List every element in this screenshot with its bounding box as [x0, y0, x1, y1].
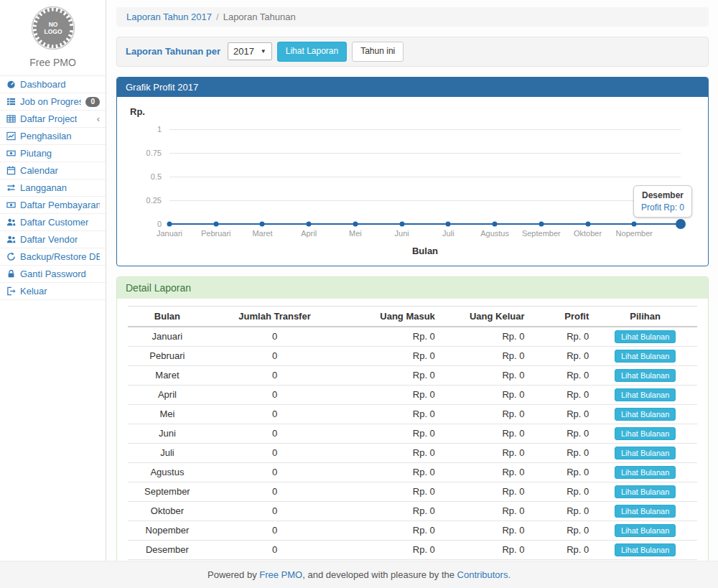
- data-point-september[interactable]: [538, 221, 544, 226]
- lihat-bulanan-button[interactable]: Lihat Bulanan: [615, 524, 676, 537]
- table-row: Agustus0Rp. 0Rp. 0Rp. 0Lihat Bulanan: [128, 462, 697, 482]
- cell-profit: Rp. 0: [529, 540, 594, 559]
- sidebar-item-daftar-vendor[interactable]: Daftar Vendor: [0, 231, 106, 248]
- data-point-januari[interactable]: [167, 221, 172, 226]
- sidebar-item-label: Daftar Pembayaran: [20, 200, 100, 210]
- sidebar-item-label: Penghasilan: [20, 131, 72, 141]
- cell-profit: Rp. 0: [529, 424, 594, 443]
- lihat-bulanan-button[interactable]: Lihat Bulanan: [615, 369, 676, 382]
- data-point-oktober[interactable]: [585, 221, 590, 226]
- this-year-button[interactable]: Tahun ini: [352, 42, 404, 62]
- profit-chart-panel: Grafik Profit 2017 Rp. 10.750.50.250Dese…: [116, 77, 709, 266]
- sidebar-item-langganan[interactable]: Langganan: [0, 179, 106, 197]
- chart-icon: [6, 131, 16, 141]
- data-point-pebruari[interactable]: [213, 221, 218, 226]
- sidebar-item-daftar-project[interactable]: Daftar Project‹: [0, 111, 106, 128]
- brand-name: Free PMO: [0, 57, 106, 68]
- sidebar-item-piutang[interactable]: Piutang: [0, 145, 106, 162]
- lihat-bulanan-button[interactable]: Lihat Bulanan: [615, 543, 676, 556]
- table-icon: [6, 114, 16, 124]
- contributors-link[interactable]: Contributors.: [457, 569, 510, 580]
- cell-pilihan: Lihat Bulanan: [593, 462, 697, 482]
- cell-profit: Rp. 0: [529, 462, 594, 482]
- lihat-bulanan-button[interactable]: Lihat Bulanan: [615, 505, 676, 518]
- cell-uang_keluar: Rp. 0: [439, 462, 529, 482]
- cell-pilihan: Lihat Bulanan: [593, 404, 697, 424]
- year-select[interactable]: 2017 ▼: [228, 42, 272, 60]
- cell-jumlah_transfer: 0: [207, 501, 342, 521]
- sidebar-item-label: Langganan: [20, 182, 67, 193]
- view-report-button[interactable]: Lihat Laporan: [277, 42, 347, 62]
- table-row: Desember0Rp. 0Rp. 0Rp. 0Lihat Bulanan: [128, 540, 697, 559]
- data-point-mei[interactable]: [353, 221, 358, 226]
- cell-uang_keluar: Rp. 0: [439, 327, 529, 347]
- cell-jumlah_transfer: 0: [207, 521, 342, 540]
- table-row: Nopember0Rp. 0Rp. 0Rp. 0Lihat Bulanan: [128, 521, 697, 540]
- data-point-agustus[interactable]: [493, 221, 498, 226]
- cell-profit: Rp. 0: [529, 443, 594, 462]
- cell-jumlah_transfer: 0: [207, 404, 342, 424]
- lihat-bulanan-button[interactable]: Lihat Bulanan: [615, 447, 676, 459]
- data-point-desember[interactable]: [676, 219, 686, 229]
- breadcrumb-link[interactable]: Laporan Tahun 2017: [126, 11, 212, 22]
- breadcrumb: Laporan Tahun 2017/Laporan Tahunan: [116, 7, 709, 27]
- x-tick-label: Oktober: [574, 229, 602, 238]
- sidebar-item-label: Dashboard: [20, 79, 66, 90]
- lihat-bulanan-button[interactable]: Lihat Bulanan: [615, 388, 676, 401]
- cell-uang_masuk: Rp. 0: [342, 327, 439, 347]
- x-tick-label: Januari: [157, 229, 182, 238]
- cell-bulan: September: [128, 482, 207, 501]
- report-filter-bar: Laporan Tahunan per 2017 ▼ Lihat Laporan…: [116, 37, 709, 67]
- sidebar-item-label: Ganti Password: [20, 269, 86, 279]
- data-point-juli[interactable]: [446, 221, 451, 226]
- data-point-juni[interactable]: [399, 221, 404, 226]
- svg-text:LOGO: LOGO: [44, 28, 62, 35]
- cell-pilihan: Lihat Bulanan: [593, 482, 697, 501]
- filter-label: Laporan Tahunan per: [126, 46, 220, 57]
- lihat-bulanan-button[interactable]: Lihat Bulanan: [615, 485, 676, 498]
- chart-tooltip: DesemberProfit Rp: 0: [633, 185, 692, 218]
- cell-uang_masuk: Rp. 0: [342, 482, 439, 501]
- retweet-icon: [6, 183, 16, 193]
- sidebar-item-dashboard[interactable]: Dashboard: [0, 76, 106, 93]
- cell-pilihan: Lihat Bulanan: [593, 365, 697, 385]
- sidebar-item-daftar-customer[interactable]: Daftar Customer: [0, 214, 106, 231]
- lihat-bulanan-button[interactable]: Lihat Bulanan: [615, 330, 676, 343]
- cell-bulan: Pebruari: [128, 346, 207, 365]
- sidebar-item-penghasilan[interactable]: Penghasilan: [0, 128, 106, 145]
- sidebar-item-ganti-password[interactable]: Ganti Password: [0, 266, 106, 283]
- chevron-down-icon: ▼: [261, 48, 266, 55]
- cell-uang_masuk: Rp. 0: [342, 501, 439, 521]
- chart-series-profit: DesemberProfit Rp: 0: [169, 129, 681, 224]
- table-row: Maret0Rp. 0Rp. 0Rp. 0Lihat Bulanan: [128, 365, 697, 385]
- cell-uang_masuk: Rp. 0: [342, 404, 439, 424]
- free-pmo-link[interactable]: Free PMO: [259, 569, 302, 580]
- cell-bulan: Desember: [128, 540, 207, 559]
- money-icon: [6, 149, 16, 159]
- profit-line: [169, 223, 681, 225]
- lihat-bulanan-button[interactable]: Lihat Bulanan: [615, 408, 676, 421]
- breadcrumb-current: Laporan Tahunan: [223, 11, 296, 22]
- table-row: Januari0Rp. 0Rp. 0Rp. 0Lihat Bulanan: [128, 327, 697, 347]
- cell-uang_keluar: Rp. 0: [439, 501, 529, 521]
- lihat-bulanan-button[interactable]: Lihat Bulanan: [615, 350, 676, 363]
- layout: NO LOGO Free PMO DashboardJob on Progres…: [0, 0, 718, 561]
- list-icon: [6, 97, 16, 107]
- lihat-bulanan-button[interactable]: Lihat Bulanan: [615, 427, 676, 440]
- lihat-bulanan-button[interactable]: Lihat Bulanan: [615, 466, 676, 479]
- sidebar-item-calendar[interactable]: Calendar: [0, 162, 106, 179]
- detail-report-table: BulanJumlah TransferUang MasukUang Kelua…: [128, 306, 697, 561]
- cell-jumlah_transfer: 0: [207, 327, 342, 347]
- sidebar-item-backup-restore-db[interactable]: Backup/Restore DB: [0, 248, 106, 266]
- x-tick-label: April: [301, 229, 317, 238]
- sidebar-item-daftar-pembayaran[interactable]: Daftar Pembayaran: [0, 197, 106, 214]
- tooltip-value: Profit Rp: 0: [641, 202, 684, 213]
- x-tick-label: September: [522, 229, 561, 238]
- data-point-maret[interactable]: [260, 221, 265, 226]
- data-point-april[interactable]: [307, 221, 312, 226]
- sidebar-item-job-on-progress[interactable]: Job on Progress0: [0, 93, 106, 111]
- cell-jumlah_transfer: 0: [207, 462, 342, 482]
- sidebar-item-keluar[interactable]: Keluar: [0, 283, 106, 300]
- data-point-nopember[interactable]: [632, 221, 637, 226]
- cell-profit: Rp. 0: [529, 327, 594, 347]
